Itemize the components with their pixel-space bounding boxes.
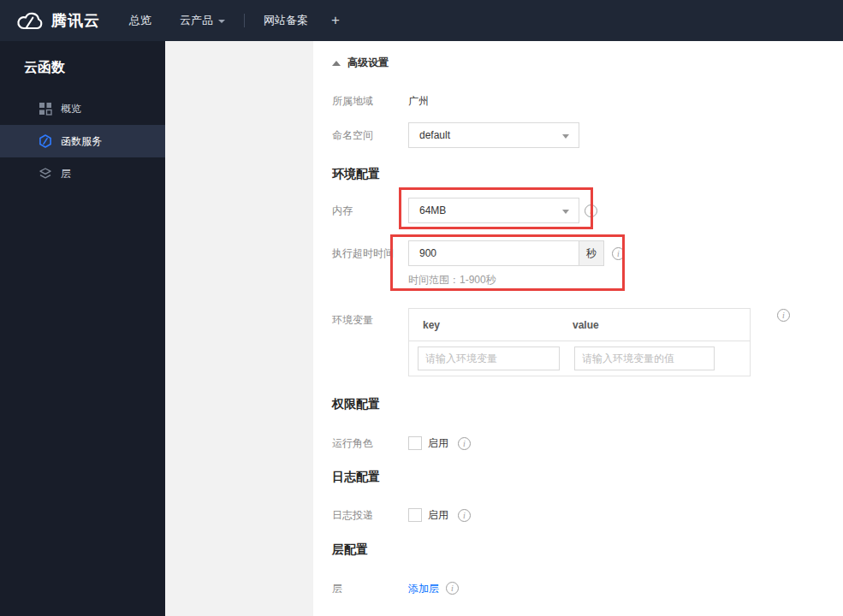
dropdown-arrow-icon (562, 210, 569, 214)
env-vars-info-icon[interactable]: i (777, 309, 790, 322)
section-log-config: 日志配置 (332, 470, 380, 485)
nav-item-website-record[interactable]: 网站备案 (264, 13, 308, 28)
timeout-label: 执行超时时间 (332, 240, 408, 266)
timeout-row: 执行超时时间 秒 i (332, 240, 625, 266)
log-delivery-label: 日志投递 (332, 508, 408, 522)
timeout-info-icon[interactable]: i (612, 247, 625, 260)
sidebar-item-label: 函数服务 (61, 134, 102, 149)
memory-label: 内存 (332, 198, 408, 223)
top-nav-links: 总览 云产品 网站备案 + (129, 12, 340, 29)
run-role-info-icon[interactable]: i (458, 437, 471, 450)
sidebar-item-layers[interactable]: 层 (0, 157, 165, 190)
run-role-row: 运行角色 启用 i (332, 436, 471, 450)
env-vars-key-header: key (409, 319, 559, 331)
env-vars-row: 环境变量 key value i (332, 308, 790, 376)
namespace-row: 命名空间 default (332, 122, 579, 148)
nav-item-cloud-products[interactable]: 云产品 (180, 13, 225, 28)
log-delivery-row: 日志投递 启用 i (332, 508, 471, 522)
run-role-enable-label: 启用 (428, 436, 448, 450)
region-row: 所属地域 广州 (332, 94, 429, 108)
sidebar-item-label: 概览 (61, 102, 81, 116)
section-perm-config: 权限配置 (332, 397, 380, 412)
app-root: 腾讯云 总览 云产品 网站备案 + 云函数 (0, 0, 843, 616)
sidebar-item-label: 层 (61, 167, 71, 181)
section-layer-config: 层配置 (332, 542, 368, 558)
log-delivery-checkbox[interactable] (408, 508, 422, 522)
env-vars-header-row: key value (409, 309, 750, 341)
env-var-value-input[interactable] (574, 346, 715, 370)
top-navbar: 腾讯云 总览 云产品 网站备案 + (0, 0, 843, 41)
env-var-key-input[interactable] (418, 346, 560, 370)
layer-info-icon[interactable]: i (446, 582, 459, 595)
advanced-settings-toggle[interactable]: 高级设置 (332, 56, 389, 70)
layers-icon (39, 167, 52, 181)
section-env-config: 环境配置 (332, 167, 380, 182)
grid-icon (39, 102, 52, 116)
brand-name: 腾讯云 (51, 10, 100, 31)
function-hexagon-icon (39, 134, 52, 148)
nav-item-cloud-products-label: 云产品 (180, 13, 213, 28)
sidebar: 云函数 概览 (0, 41, 165, 616)
log-delivery-enable-label: 启用 (428, 508, 448, 522)
dropdown-arrow-icon (562, 134, 569, 139)
layer-row: 层 添加层 i (332, 582, 459, 595)
nav-add-tab-button[interactable]: + (331, 12, 340, 29)
timeout-range-hint: 时间范围：1-900秒 (408, 273, 496, 287)
timeout-input-group: 秒 (408, 240, 604, 266)
log-delivery-info-icon[interactable]: i (458, 509, 471, 522)
memory-info-icon[interactable]: i (585, 204, 597, 217)
timeout-unit-suffix: 秒 (579, 240, 604, 266)
brand-logo[interactable]: 腾讯云 (15, 10, 100, 32)
add-layer-link[interactable]: 添加层 (408, 582, 439, 595)
sidebar-title: 云函数 (0, 41, 165, 92)
function-config-panel: 高级设置 所属地域 广州 命名空间 default 环境配置 内存 (313, 41, 843, 616)
env-vars-label: 环境变量 (332, 308, 408, 376)
sidebar-item-overview[interactable]: 概览 (0, 92, 165, 125)
nav-divider (244, 14, 245, 27)
advanced-settings-label: 高级设置 (347, 56, 389, 70)
chevron-down-icon (218, 20, 225, 23)
triangle-up-icon (332, 61, 341, 66)
nav-item-overview[interactable]: 总览 (129, 13, 151, 28)
secondary-panel (165, 41, 313, 616)
main-area: 云函数 概览 (0, 41, 843, 616)
run-role-checkbox[interactable] (408, 436, 422, 450)
layer-label: 层 (332, 582, 408, 595)
namespace-label: 命名空间 (332, 122, 408, 148)
memory-row: 内存 64MB i (332, 198, 597, 223)
region-label: 所属地域 (332, 94, 408, 108)
region-value: 广州 (408, 94, 429, 108)
env-vars-input-row (409, 341, 750, 376)
namespace-selected-value: default (419, 129, 450, 141)
env-vars-value-header: value (559, 319, 599, 331)
env-vars-table: key value (408, 308, 751, 376)
run-role-label: 运行角色 (332, 436, 408, 450)
namespace-select[interactable]: default (408, 122, 579, 148)
timeout-input[interactable] (408, 240, 579, 266)
memory-selected-value: 64MB (419, 204, 446, 216)
tencent-cloud-icon (15, 10, 45, 32)
sidebar-item-function-service[interactable]: 函数服务 (0, 125, 165, 157)
memory-select[interactable]: 64MB (408, 198, 579, 223)
